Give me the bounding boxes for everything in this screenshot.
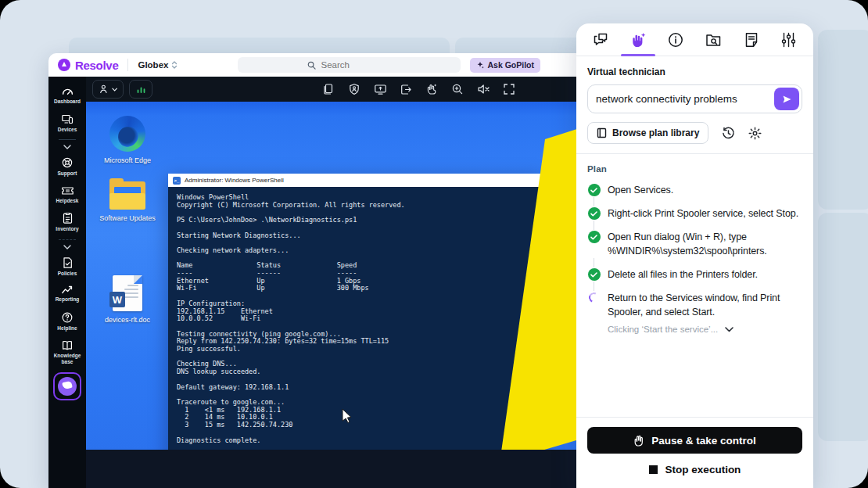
sliders-icon: [781, 32, 796, 48]
chat-icon: [593, 33, 608, 47]
send-icon: [782, 95, 792, 104]
sidebar-item-devices[interactable]: Devices: [50, 109, 84, 136]
browse-plan-library-button[interactable]: Browse plan library: [587, 122, 708, 144]
tab-info[interactable]: [664, 23, 687, 56]
dashboard-gauge-icon: [61, 85, 74, 97]
step-text: Right-click Print Spooler service, selec…: [608, 206, 798, 221]
resolve-app-window: Resolve Globex Ask GoPilot Dashboard: [48, 53, 576, 488]
sidebar-item-gopilot[interactable]: [53, 372, 81, 400]
org-selector-label: Globex: [138, 60, 168, 70]
session-stats-button[interactable]: [129, 80, 152, 99]
support-lifebuoy-icon: [61, 156, 74, 169]
folder-icon: [109, 181, 145, 210]
plan-step-active: Return to the Services window, find Prin…: [587, 291, 802, 319]
sidebar-item-support[interactable]: Support: [50, 152, 84, 180]
divider: [127, 59, 128, 71]
touch-gesture-button[interactable]: [425, 82, 439, 96]
desktop-icon-software-updates[interactable]: Software Updates: [91, 181, 163, 222]
zoom-in-button[interactable]: [450, 82, 464, 96]
mouse-cursor-icon: [342, 408, 354, 424]
task-input[interactable]: [596, 93, 774, 105]
brand-logo[interactable]: Resolve: [58, 59, 118, 72]
remote-desktop: Microsoft Edge Software Updates: [86, 102, 576, 450]
history-button[interactable]: [722, 127, 735, 140]
powershell-window[interactable]: >_ Administrator: Windows PowerShell Win…: [168, 174, 543, 450]
sidebar-item-dashboard[interactable]: Dashboard: [50, 81, 84, 108]
note-icon: [744, 32, 759, 48]
book-icon: [597, 127, 607, 138]
sidebar-collapse-chevron[interactable]: [63, 144, 71, 151]
step-connector: [587, 258, 601, 267]
plan-step: Right-click Print Spooler service, selec…: [587, 206, 802, 221]
viewport-letterbox: [86, 450, 576, 488]
plan-step: Delete all files in the Printers folder.: [587, 267, 802, 282]
user-select-icon: [99, 84, 109, 95]
chevron-down-icon: [63, 145, 71, 149]
tab-chat[interactable]: [589, 23, 612, 56]
step-substatus[interactable]: Clicking ‘Start the service’...: [608, 325, 802, 334]
screen-share-button[interactable]: [373, 82, 387, 96]
mute-icon: [477, 84, 490, 95]
search-input[interactable]: [321, 60, 391, 70]
step-text: Return to the Services window, find Prin…: [608, 291, 802, 319]
sidebar-item-helpline[interactable]: Helpline: [50, 307, 84, 335]
tab-virtual-technician[interactable]: [626, 23, 650, 56]
powershell-title-bar[interactable]: >_ Administrator: Windows PowerShell: [168, 174, 543, 187]
step-check-icon: [588, 268, 601, 281]
powershell-icon: >_: [173, 177, 181, 185]
settings-button[interactable]: [748, 127, 762, 140]
section-title: Virtual technician: [587, 66, 802, 77]
step-substatus-text: Clicking ‘Start the service’...: [608, 325, 718, 334]
org-selector[interactable]: Globex: [138, 60, 178, 70]
plan-tools-row: Browse plan library: [587, 122, 802, 144]
mute-button[interactable]: [476, 82, 490, 96]
sidebar-item-reporting[interactable]: Reporting: [50, 281, 84, 306]
sidebar-collapse-chevron[interactable]: [63, 244, 71, 251]
app-top-bar: Resolve Globex Ask GoPilot: [48, 53, 576, 77]
desktop-icon-word-doc[interactable]: W devices-rlt.doc: [91, 275, 163, 324]
desktop-icon-edge[interactable]: Microsoft Edge: [91, 116, 163, 164]
plan-step: Open Services.: [587, 183, 802, 197]
pause-take-control-button[interactable]: Pause & take control: [587, 427, 802, 454]
step-connector: [587, 221, 601, 230]
task-input-wrap: [587, 84, 802, 113]
tab-settings-sliders[interactable]: [777, 23, 801, 56]
sidebar-item-policies[interactable]: Policies: [50, 253, 84, 280]
send-button[interactable]: [774, 88, 799, 110]
sidebar-item-helpdesk[interactable]: Helpdesk: [50, 181, 84, 207]
step-connector: [587, 197, 601, 206]
powershell-title: Administrator: Windows PowerShell: [185, 177, 284, 184]
folder-search-icon: [705, 33, 722, 47]
tab-session-files[interactable]: [702, 23, 726, 56]
step-text: Delete all files in the Printers folder.: [608, 267, 758, 282]
brand-name: Resolve: [75, 59, 118, 72]
sparkle-icon: [476, 61, 484, 69]
step-check-icon: [588, 207, 601, 220]
knowledge-book-icon: [61, 339, 74, 351]
plan-steps: Open Services. Right-click Print Spooler…: [587, 183, 802, 334]
sidebar-item-knowledge-base[interactable]: Knowledge base: [50, 336, 84, 368]
pages-button[interactable]: [321, 82, 335, 96]
virtual-technician-section: Virtual technician Browse plan library: [576, 56, 813, 153]
shield-user-button[interactable]: [347, 82, 361, 96]
helpdesk-ticket-icon: [61, 185, 74, 196]
inventory-clipboard-icon: [62, 212, 74, 224]
tab-notes[interactable]: [740, 23, 763, 56]
fullscreen-button[interactable]: [502, 82, 516, 96]
reporting-chart-icon: [61, 285, 74, 295]
user-select-button[interactable]: [92, 80, 124, 99]
gear-icon: [748, 127, 762, 140]
word-w-badge: W: [109, 292, 125, 307]
stop-execution-button[interactable]: Stop execution: [649, 464, 741, 475]
gopilot-panel: Virtual technician Browse plan library: [576, 23, 813, 488]
ask-gopilot-button[interactable]: Ask GoPilot: [470, 58, 540, 73]
chevron-down-icon: [63, 245, 71, 249]
step-check-icon: [588, 231, 601, 243]
sort-arrows-icon: [171, 60, 178, 70]
search-bar[interactable]: [238, 57, 461, 73]
step-check-icon: [588, 184, 601, 196]
session-exit-button[interactable]: [399, 82, 413, 96]
info-icon: [668, 32, 683, 48]
sidebar-item-inventory[interactable]: Inventory: [50, 208, 84, 235]
powershell-body: Windows PowerShell Copyright (C) Microso…: [168, 187, 543, 450]
